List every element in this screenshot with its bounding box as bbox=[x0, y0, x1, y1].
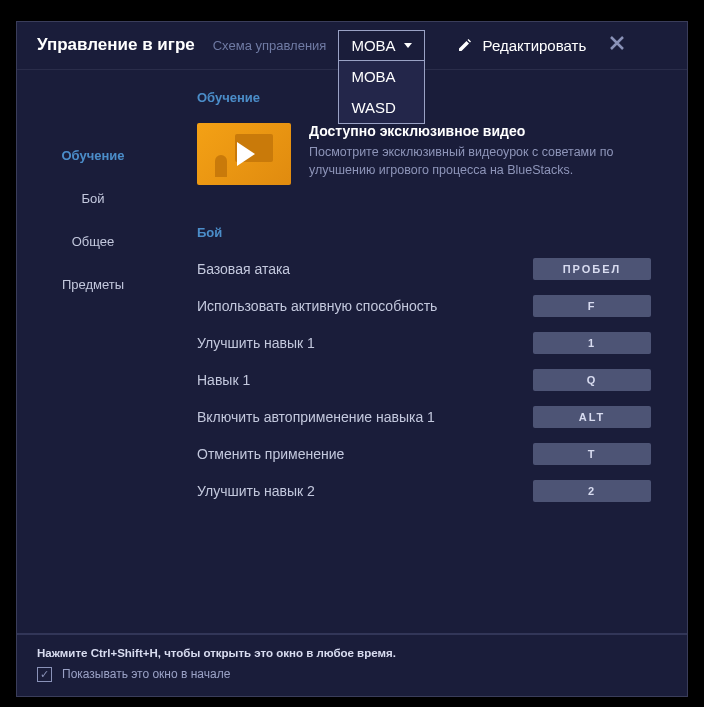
sidebar-item-items[interactable]: Предметы bbox=[17, 263, 169, 306]
footer-hint: Нажмите Ctrl+Shift+H, чтобы открыть это … bbox=[37, 647, 667, 659]
sidebar-item-combat[interactable]: Бой bbox=[17, 177, 169, 220]
key-badge[interactable]: Q bbox=[533, 369, 651, 391]
scheme-label: Схема управления bbox=[213, 38, 327, 53]
key-label: Базовая атака bbox=[197, 261, 290, 277]
close-icon bbox=[608, 34, 626, 52]
sidebar-item-training[interactable]: Обучение bbox=[17, 134, 169, 177]
key-row: Улучшить навык 1 1 bbox=[197, 332, 651, 354]
video-thumbnail bbox=[197, 123, 291, 185]
video-card[interactable]: Доступно эксклюзивное видео Посмотрите э… bbox=[197, 123, 651, 185]
key-row: Отменить применение T bbox=[197, 443, 651, 465]
key-label: Использовать активную способность bbox=[197, 298, 437, 314]
sidebar: Обучение Бой Общее Предметы bbox=[17, 70, 169, 633]
dropdown-option-wasd[interactable]: WASD bbox=[339, 92, 423, 123]
game-controls-window: Управление в игре Схема управления MOBA … bbox=[16, 21, 688, 697]
footer-checkbox-row: ✓ Показывать это окно в начале bbox=[37, 667, 667, 682]
main-panel: Обучение Доступно эксклюзивное видео Пос… bbox=[169, 70, 687, 633]
dropdown-option-moba[interactable]: MOBA bbox=[339, 61, 423, 92]
scheme-dropdown-list: MOBA WASD bbox=[338, 61, 424, 124]
key-row: Базовая атака ПРОБЕЛ bbox=[197, 258, 651, 280]
key-label: Навык 1 bbox=[197, 372, 250, 388]
scheme-selected-value: MOBA bbox=[351, 37, 395, 54]
key-badge[interactable]: T bbox=[533, 443, 651, 465]
video-title: Доступно эксклюзивное видео bbox=[309, 123, 651, 139]
key-label: Отменить применение bbox=[197, 446, 344, 462]
checkbox-label: Показывать это окно в начале bbox=[62, 667, 230, 681]
section-title-combat: Бой bbox=[197, 225, 651, 240]
pencil-icon bbox=[457, 37, 473, 53]
window-title: Управление в игре bbox=[37, 35, 195, 55]
scheme-dropdown: MOBA MOBA WASD bbox=[338, 30, 424, 61]
key-row: Навык 1 Q bbox=[197, 369, 651, 391]
show-on-start-checkbox[interactable]: ✓ bbox=[37, 667, 52, 682]
checkmark-icon: ✓ bbox=[40, 669, 49, 680]
scheme-select-button[interactable]: MOBA bbox=[338, 30, 424, 61]
close-button[interactable] bbox=[604, 30, 630, 60]
content: Обучение Бой Общее Предметы Обучение Дос… bbox=[17, 70, 687, 633]
key-badge[interactable]: 1 bbox=[533, 332, 651, 354]
key-badge[interactable]: ПРОБЕЛ bbox=[533, 258, 651, 280]
key-row: Включить автоприменение навыка 1 ALT bbox=[197, 406, 651, 428]
key-badge[interactable]: ALT bbox=[533, 406, 651, 428]
key-badge[interactable]: 2 bbox=[533, 480, 651, 502]
header: Управление в игре Схема управления MOBA … bbox=[17, 22, 687, 70]
sidebar-item-general[interactable]: Общее bbox=[17, 220, 169, 263]
edit-label: Редактировать bbox=[483, 37, 587, 54]
video-text: Доступно эксклюзивное видео Посмотрите э… bbox=[309, 123, 651, 185]
key-label: Улучшить навык 1 bbox=[197, 335, 315, 351]
key-badge[interactable]: F bbox=[533, 295, 651, 317]
key-label: Включить автоприменение навыка 1 bbox=[197, 409, 435, 425]
key-row: Улучшить навык 2 2 bbox=[197, 480, 651, 502]
video-description: Посмотрите эксклюзивный видеоурок с сове… bbox=[309, 143, 651, 181]
play-icon bbox=[237, 142, 255, 166]
edit-button[interactable]: Редактировать bbox=[457, 37, 587, 54]
caret-down-icon bbox=[404, 43, 412, 48]
key-label: Улучшить навык 2 bbox=[197, 483, 315, 499]
footer: Нажмите Ctrl+Shift+H, чтобы открыть это … bbox=[17, 633, 687, 696]
key-row: Использовать активную способность F bbox=[197, 295, 651, 317]
